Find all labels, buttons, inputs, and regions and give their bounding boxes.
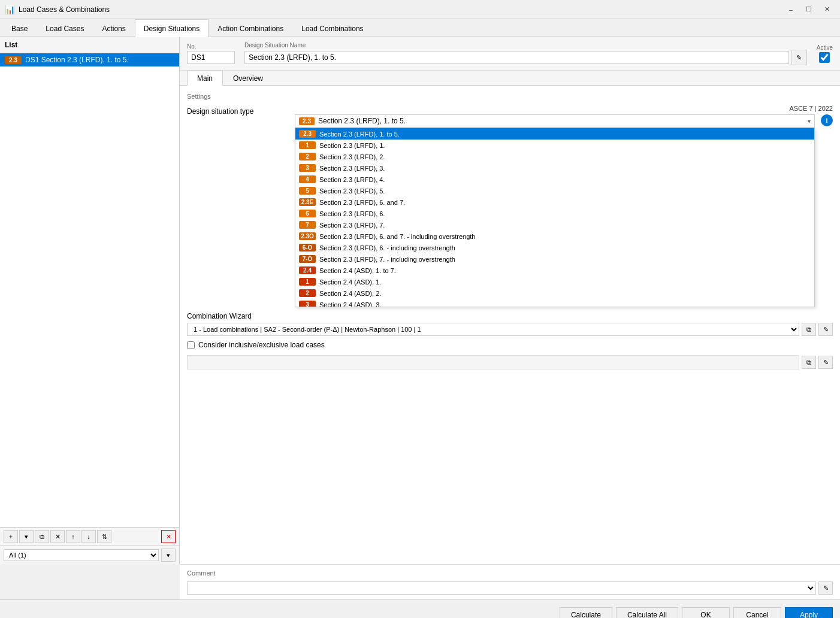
- cw-select-wrap: 1 - Load combinations | SA2 - Second-ord…: [187, 323, 833, 336]
- restore-button[interactable]: ☐: [800, 3, 817, 16]
- dd-item-9[interactable]: 2.3O Section 2.3 (LRFD), 6. and 7. - inc…: [295, 231, 814, 242]
- inclusive-disabled-field: [187, 355, 799, 369]
- inclusive-checkbox[interactable]: [187, 341, 195, 349]
- dd-badge-14: 2: [299, 289, 316, 297]
- dd-badge-10: 6-O: [299, 244, 316, 252]
- dst-selected-text: Section 2.3 (LRFD), 1. to 5.: [318, 117, 808, 125]
- comment-edit-icon: ✎: [823, 584, 829, 592]
- active-label: Active: [817, 44, 833, 51]
- delete-item-button[interactable]: ✕: [50, 530, 65, 543]
- list-item-label: DS1 Section 2.3 (LRFD), 1. to 5.: [25, 56, 129, 64]
- dd-text-6: Section 2.3 (LRFD), 6. and 7.: [319, 199, 405, 206]
- dd-item-3[interactable]: 3 Section 2.3 (LRFD), 3.: [295, 162, 814, 174]
- dd-item-13[interactable]: 1 Section 2.4 (ASD), 1.: [295, 276, 814, 287]
- dd-item-8[interactable]: 7 Section 2.3 (LRFD), 7.: [295, 219, 814, 231]
- filter-expand-button[interactable]: ▾: [161, 549, 176, 562]
- list-header: List: [0, 37, 179, 53]
- dd-item-12[interactable]: 2.4 Section 2.4 (ASD), 1. to 7.: [295, 265, 814, 276]
- comment-edit-button[interactable]: ✎: [818, 581, 833, 595]
- info-button[interactable]: i: [821, 114, 833, 126]
- dd-item-1[interactable]: 1 Section 2.3 (LRFD), 1.: [295, 140, 814, 151]
- dd-item-15[interactable]: 3 Section 2.4 (ASD), 3.: [295, 299, 814, 307]
- dd-item-10[interactable]: 6-O Section 2.3 (LRFD), 6. - including o…: [295, 242, 814, 253]
- cw-section: Combination Wizard 1 - Load combinations…: [187, 312, 833, 336]
- titlebar: 📊 Load Cases & Combinations – ☐ ✕: [0, 0, 840, 19]
- dd-item-14[interactable]: 2 Section 2.4 (ASD), 2.: [295, 287, 814, 299]
- cw-edit-button[interactable]: ✎: [818, 323, 833, 336]
- sort-button[interactable]: ⇅: [97, 530, 111, 543]
- dd-item-5[interactable]: 5 Section 2.3 (LRFD), 5.: [295, 185, 814, 196]
- sort-icon: ⇅: [102, 533, 107, 541]
- name-input[interactable]: [244, 51, 789, 64]
- cancel-button[interactable]: Cancel: [733, 607, 781, 619]
- calculate-button[interactable]: Calculate: [560, 607, 612, 619]
- minimize-button[interactable]: –: [782, 3, 799, 16]
- move-down-button[interactable]: ↓: [81, 530, 96, 543]
- dst-dropdown-list: 2.3 Section 2.3 (LRFD), 1. to 5. 1 Secti…: [295, 128, 815, 307]
- dd-badge-7: 6: [299, 210, 316, 217]
- dd-item-4[interactable]: 4 Section 2.3 (LRFD), 4.: [295, 174, 814, 185]
- tab-main[interactable]: Main: [187, 71, 223, 86]
- cw-new-button[interactable]: ⧉: [802, 323, 816, 336]
- rp-content: Settings Design situation type ASCE 7 | …: [180, 86, 840, 564]
- dd-text-5: Section 2.3 (LRFD), 5.: [319, 187, 385, 195]
- add-dropdown-button[interactable]: ▾: [19, 530, 34, 543]
- tab-action-combinations[interactable]: Action Combinations: [209, 19, 292, 37]
- dst-right: ASCE 7 | 2022 2.3 Section 2.3 (LRFD), 1.…: [295, 105, 833, 307]
- main-tabbar: Base Load Cases Actions Design Situation…: [0, 19, 840, 37]
- dd-badge-9: 2.3O: [299, 232, 316, 240]
- edit-name-button[interactable]: ✎: [791, 50, 807, 65]
- dst-version: ASCE 7 | 2022: [295, 105, 833, 112]
- apply-button[interactable]: Apply: [785, 607, 833, 619]
- filter-select[interactable]: All (1): [4, 549, 159, 561]
- dd-item-0[interactable]: 2.3 Section 2.3 (LRFD), 1. to 5.: [295, 128, 814, 140]
- tab-actions[interactable]: Actions: [93, 19, 134, 37]
- cw-select[interactable]: 1 - Load combinations | SA2 - Second-ord…: [187, 323, 799, 336]
- copy-item-button[interactable]: ⧉: [35, 530, 49, 543]
- ok-button[interactable]: OK: [682, 607, 730, 619]
- dd-text-14: Section 2.4 (ASD), 2.: [319, 290, 381, 297]
- tab-load-cases[interactable]: Load Cases: [37, 19, 93, 37]
- dd-badge-5: 5: [299, 187, 316, 195]
- rp-tabbar: Main Overview: [180, 71, 840, 86]
- active-checkbox[interactable]: [819, 52, 830, 63]
- copy-icon: ⧉: [40, 533, 44, 541]
- comment-label: Comment: [187, 569, 833, 577]
- inclusive-edit-button[interactable]: ✎: [818, 356, 833, 369]
- list-item[interactable]: 2.3 DS1 Section 2.3 (LRFD), 1. to 5.: [0, 53, 179, 66]
- list-container: 2.3 DS1 Section 2.3 (LRFD), 1. to 5.: [0, 53, 179, 66]
- tab-base[interactable]: Base: [2, 19, 37, 37]
- dd-text-1: Section 2.3 (LRFD), 1.: [319, 142, 385, 149]
- dd-text-4: Section 2.3 (LRFD), 4.: [319, 176, 385, 183]
- tab-design-situations[interactable]: Design Situations: [135, 19, 209, 37]
- clear-icon: ✕: [166, 533, 171, 541]
- dst-selected-badge: 2.3: [299, 117, 315, 125]
- dst-dropdown-trigger[interactable]: 2.3 Section 2.3 (LRFD), 1. to 5. ▾: [295, 114, 815, 128]
- dd-item-7[interactable]: 6 Section 2.3 (LRFD), 6.: [295, 208, 814, 219]
- dd-item-11[interactable]: 7-O Section 2.3 (LRFD), 7. - including o…: [295, 253, 814, 265]
- calculate-all-button[interactable]: Calculate All: [616, 607, 678, 619]
- close-button[interactable]: ✕: [818, 3, 835, 16]
- dd-item-2[interactable]: 2 Section 2.3 (LRFD), 2.: [295, 151, 814, 162]
- name-input-wrap: ✎: [244, 50, 807, 65]
- tab-overview[interactable]: Overview: [223, 71, 273, 86]
- clear-button[interactable]: ✕: [161, 530, 176, 543]
- inclusive-field-row: ⧉ ✎: [187, 355, 833, 369]
- main-layout: List 2.3 DS1 Section 2.3 (LRFD), 1. to 5…: [0, 37, 840, 564]
- dd-item-6[interactable]: 2.3E Section 2.3 (LRFD), 6. and 7.: [295, 196, 814, 208]
- inclusive-new-button[interactable]: ⧉: [802, 356, 816, 369]
- dd-text-0: Section 2.3 (LRFD), 1. to 5.: [319, 131, 400, 138]
- move-up-icon: ↑: [71, 533, 75, 540]
- edit-icon-2: ✎: [823, 326, 829, 334]
- rp-header: No. Design Situation Name ✎ Active: [180, 37, 840, 71]
- dst-dropdown-container: 2.3 Section 2.3 (LRFD), 1. to 5. ▾ 2.3 S…: [295, 114, 815, 307]
- tab-load-combinations[interactable]: Load Combinations: [292, 19, 372, 37]
- dd-text-11: Section 2.3 (LRFD), 7. - including overs…: [319, 256, 455, 263]
- no-input[interactable]: [187, 51, 235, 64]
- dd-text-2: Section 2.3 (LRFD), 2.: [319, 153, 385, 160]
- comment-select[interactable]: [187, 581, 816, 595]
- dd-text-12: Section 2.4 (ASD), 1. to 7.: [319, 267, 396, 274]
- move-up-button[interactable]: ↑: [66, 530, 80, 543]
- add-item-button[interactable]: +: [4, 530, 18, 543]
- dst-label: Design situation type: [187, 105, 295, 116]
